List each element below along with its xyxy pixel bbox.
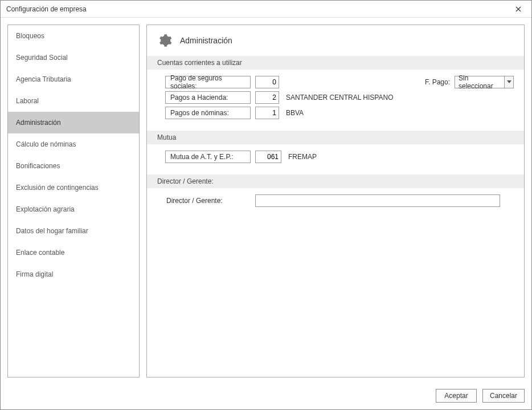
section-heading-director: Director / Gerente: <box>147 174 524 188</box>
sidebar-item-bonificaciones[interactable]: Bonificaciones <box>8 155 139 177</box>
sidebar-item-administracion[interactable]: Administración <box>8 112 139 133</box>
sidebar-item-explotacion-agraria[interactable]: Explotación agraria <box>8 198 139 220</box>
sidebar-item-enlace-contable[interactable]: Enlace contable <box>8 242 139 263</box>
label-mutua-button[interactable]: Mutua de A.T. y E.P.: <box>165 151 251 163</box>
window-title: Configuración de empresa <box>6 5 87 13</box>
close-button[interactable] <box>510 2 527 16</box>
accept-button[interactable]: Aceptar <box>436 389 477 403</box>
cancel-button[interactable]: Cancelar <box>482 389 525 403</box>
sidebar: Bloqueos Seguridad Social Agencia Tribut… <box>7 25 140 377</box>
text-hacienda-name: SANTANDER CENTRAL HISPANO <box>286 94 393 102</box>
text-nominas-name: BBVA <box>286 109 304 117</box>
sidebar-item-agencia-tributaria[interactable]: Agencia Tributaria <box>8 68 139 90</box>
fpago-dropdown-button[interactable] <box>504 76 513 88</box>
sidebar-item-firma-digital[interactable]: Firma digital <box>8 263 139 285</box>
label-seg-sociales-button[interactable]: Pago de seguros sociales: <box>165 76 251 88</box>
footer: Aceptar Cancelar <box>1 384 531 409</box>
label-hacienda-button[interactable]: Pagos a Hacienda: <box>165 91 251 104</box>
label-nominas-button[interactable]: Pagos de nóminas: <box>165 107 251 119</box>
row-hacienda: Pagos a Hacienda: SANTANDER CENTRAL HISP… <box>165 91 514 104</box>
row-nominas: Pagos de nóminas: BBVA <box>165 106 514 120</box>
input-nominas-code[interactable] <box>255 107 279 119</box>
section-body-director: Director / Gerente: <box>157 188 514 218</box>
fpago-dropdown[interactable]: Sin seleccionar <box>455 76 514 88</box>
main-panel: Administración Cuentas corrientes a util… <box>146 25 525 377</box>
sidebar-item-hogar-familiar[interactable]: Datos del hogar familiar <box>8 220 139 242</box>
input-mutua-code[interactable] <box>255 151 281 163</box>
close-icon <box>515 6 521 12</box>
row-seg-sociales: Pago de seguros sociales: F. Pago: Sin s… <box>165 75 514 89</box>
panel-header: Administración <box>157 33 514 56</box>
text-mutua-name: FREMAP <box>288 153 317 161</box>
titlebar: Configuración de empresa <box>1 1 531 18</box>
body-area: Bloqueos Seguridad Social Agencia Tribut… <box>1 18 531 384</box>
input-director[interactable] <box>255 194 500 207</box>
fpago-value: Sin seleccionar <box>455 76 504 88</box>
sidebar-item-calculo-nominas[interactable]: Cálculo de nóminas <box>8 133 139 155</box>
input-hacienda-code[interactable] <box>255 91 279 104</box>
section-heading-cuentas: Cuentas corrientes a utilizar <box>147 56 524 70</box>
section-body-cuentas: Pago de seguros sociales: F. Pago: Sin s… <box>157 70 514 131</box>
sidebar-item-bloqueos[interactable]: Bloqueos <box>8 25 139 47</box>
panel-title: Administración <box>180 36 232 45</box>
sidebar-item-exclusion-contingencias[interactable]: Exclusión de contingencias <box>8 177 139 198</box>
gear-icon <box>157 33 172 48</box>
section-heading-mutua: Mutua <box>147 131 524 144</box>
label-director: Director / Gerente: <box>165 197 251 205</box>
config-window: Configuración de empresa Bloqueos Seguri… <box>0 0 532 410</box>
fpago-label: F. Pago: <box>425 78 450 86</box>
input-seg-sociales-code[interactable] <box>255 76 279 88</box>
chevron-down-icon <box>507 80 511 84</box>
fpago-wrap: F. Pago: Sin seleccionar <box>425 76 514 88</box>
row-mutua: Mutua de A.T. y E.P.: FREMAP <box>165 150 514 164</box>
row-director: Director / Gerente: <box>165 194 514 208</box>
sidebar-item-laboral[interactable]: Laboral <box>8 90 139 112</box>
sidebar-item-seguridad-social[interactable]: Seguridad Social <box>8 47 139 68</box>
section-body-mutua: Mutua de A.T. y E.P.: FREMAP <box>157 144 514 174</box>
